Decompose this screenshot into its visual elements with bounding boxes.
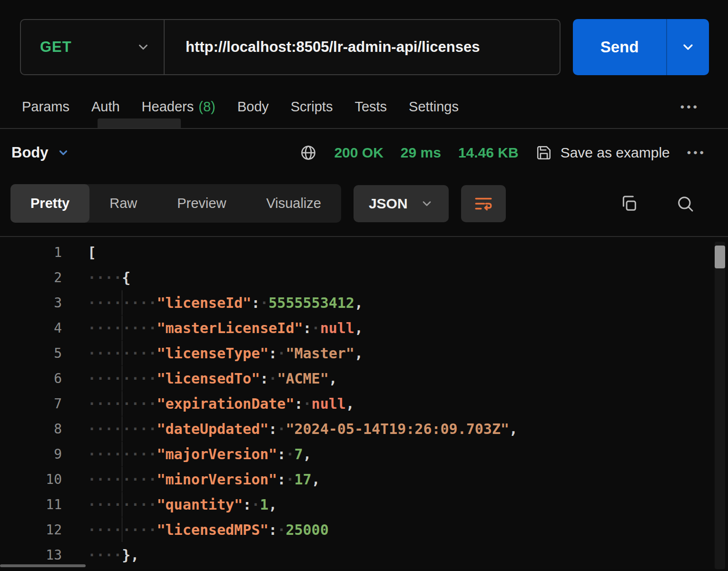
response-size: 14.46 KB	[458, 145, 519, 161]
line-number: 6	[0, 366, 62, 391]
save-floppy-icon	[536, 145, 552, 161]
response-status: 200 OK	[334, 145, 383, 161]
line-number: 8	[0, 416, 62, 442]
line-content: ········"licensedTo":·"ACME",	[62, 366, 337, 391]
tab-scripts[interactable]: Scripts	[291, 99, 333, 115]
code-line: 8········"dateUpdated":·"2024-05-14T19:2…	[0, 416, 728, 442]
method-chevron-down-icon	[136, 40, 150, 54]
response-meta-bar: Body 200 OK 29 ms 14.46 KB	[0, 129, 728, 176]
response-section-chevron-down-icon	[57, 147, 69, 159]
line-number: 5	[0, 341, 62, 366]
request-more-options-icon[interactable]: •••	[680, 100, 699, 114]
line-content: ········"masterLicenseId":·null,	[62, 315, 363, 341]
format-selector[interactable]: JSON	[354, 185, 449, 222]
line-content: ····{	[62, 265, 130, 290]
response-view-toolbar: Pretty Raw Preview Visualize JSON	[0, 176, 728, 236]
tab-headers[interactable]: Headers(8)	[142, 99, 216, 115]
tab-params[interactable]: Params	[22, 99, 69, 115]
wrap-text-button[interactable]	[461, 185, 506, 222]
response-section-selector[interactable]: Body	[11, 144, 69, 161]
request-tabs: Params Auth Headers(8) Body Scripts Test…	[0, 75, 728, 128]
send-chevron-down-icon	[680, 39, 696, 55]
copy-icon	[620, 194, 639, 213]
tab-auth[interactable]: Auth	[91, 99, 120, 115]
search-button[interactable]	[673, 191, 698, 216]
line-content: ········"licenseId":·5555553412,	[62, 290, 363, 315]
line-number: 7	[0, 391, 62, 416]
line-content: ········"majorVersion":·7,	[62, 442, 312, 467]
save-as-example-button[interactable]: Save as example	[536, 145, 670, 161]
line-content: ········"licensedMPS":·25000	[62, 517, 329, 542]
line-number: 4	[0, 315, 62, 341]
code-line: 9········"majorVersion":·7,	[0, 442, 728, 467]
tab-preview[interactable]: Preview	[157, 184, 246, 223]
send-options-button[interactable]	[666, 19, 709, 75]
code-line: 7········"expirationDate":·null,	[0, 391, 728, 416]
line-number: 12	[0, 517, 62, 542]
code-line: 2····{	[0, 265, 728, 290]
tab-tests[interactable]: Tests	[354, 99, 387, 115]
response-stats: 200 OK 29 ms 14.46 KB Save as example ••…	[300, 144, 706, 161]
api-client-window: GET http://localhost:8505/lr-admin-api/l…	[0, 0, 728, 569]
network-globe-icon[interactable]	[300, 144, 317, 161]
headers-count-badge: (8)	[198, 99, 215, 114]
line-number: 9	[0, 442, 62, 467]
format-chevron-down-icon	[420, 197, 433, 210]
line-content: ········"dateUpdated":·"2024-05-14T19:26…	[62, 416, 518, 442]
vertical-scrollbar-thumb[interactable]	[715, 246, 725, 268]
send-split-button: Send	[573, 19, 709, 75]
url-input[interactable]: http://localhost:8505/lr-admin-api/licen…	[165, 39, 560, 56]
tab-headers-label: Headers	[142, 99, 194, 114]
code-lines: 1[2····{3········"licenseId":·5555553412…	[0, 240, 728, 568]
code-line: 10········"minorVersion":·17,	[0, 467, 728, 492]
code-line: 11········"quantity":·1,	[0, 492, 728, 517]
tab-raw[interactable]: Raw	[89, 184, 157, 223]
vertical-scrollbar[interactable]	[715, 242, 725, 569]
request-bar: GET http://localhost:8505/lr-admin-api/l…	[0, 0, 728, 75]
line-number: 2	[0, 265, 62, 290]
code-line: 1[	[0, 240, 728, 265]
horizontal-scrollbar[interactable]	[0, 564, 143, 568]
response-body-viewer[interactable]: 1[2····{3········"licenseId":·5555553412…	[0, 236, 728, 569]
tab-body[interactable]: Body	[237, 99, 269, 115]
line-number: 1	[0, 240, 62, 265]
search-icon	[676, 194, 695, 213]
response-section-label: Body	[11, 144, 49, 161]
response-time: 29 ms	[401, 145, 441, 161]
code-line: 4········"masterLicenseId":·null,	[0, 315, 728, 341]
line-content: ········"expirationDate":·null,	[62, 391, 354, 416]
code-line: 6········"licensedTo":·"ACME",	[0, 366, 728, 391]
request-url-bar: GET http://localhost:8505/lr-admin-api/l…	[20, 19, 561, 75]
line-content: ········"minorVersion":·17,	[62, 467, 320, 492]
format-label: JSON	[369, 196, 408, 212]
method-selector[interactable]: GET	[21, 20, 164, 74]
wrap-text-icon	[473, 194, 493, 214]
line-number: 3	[0, 290, 62, 315]
tab-settings[interactable]: Settings	[409, 99, 459, 115]
active-tab-indicator	[98, 118, 181, 128]
method-label: GET	[40, 39, 72, 56]
tab-visualize[interactable]: Visualize	[246, 184, 341, 223]
response-more-options-icon[interactable]: •••	[687, 146, 706, 159]
code-line: 12········"licensedMPS":·25000	[0, 517, 728, 542]
horizontal-scrollbar-thumb[interactable]	[0, 564, 86, 567]
response-view-tabs: Pretty Raw Preview Visualize	[10, 184, 341, 223]
send-button[interactable]: Send	[573, 19, 666, 75]
save-as-example-label: Save as example	[561, 145, 670, 161]
line-content: [	[62, 240, 96, 265]
code-line: 3········"licenseId":·5555553412,	[0, 290, 728, 315]
line-content: ········"licenseType":·"Master",	[62, 341, 363, 366]
line-number: 11	[0, 492, 62, 517]
code-line: 5········"licenseType":·"Master",	[0, 341, 728, 366]
copy-button[interactable]	[617, 191, 641, 216]
tab-pretty[interactable]: Pretty	[10, 184, 89, 223]
line-content: ········"quantity":·1,	[62, 492, 277, 517]
line-number: 10	[0, 467, 62, 492]
